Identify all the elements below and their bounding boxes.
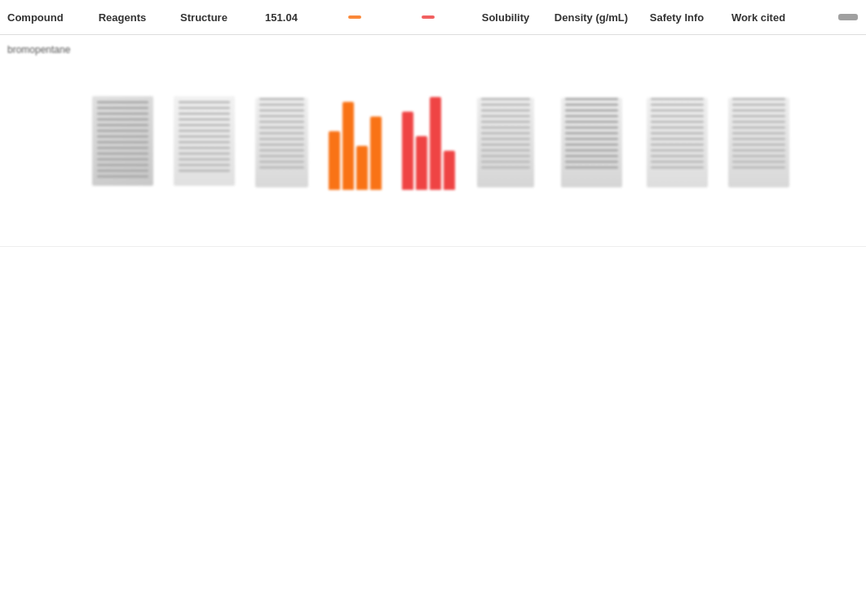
col-header-structure: Structure: [163, 0, 245, 34]
compound-name: bromopentane: [7, 43, 70, 57]
col-header-workcited: Work cited: [718, 0, 799, 34]
solubility-cell: [465, 35, 546, 246]
col-header-safety: Safety Info: [636, 0, 718, 34]
compound-cell: bromopentane: [0, 35, 82, 246]
amount-header-badge: [422, 15, 435, 19]
reagents-header-label: Reagents: [99, 11, 147, 24]
amount-cell: [391, 35, 465, 246]
solubility-header-label: Solubility: [482, 11, 530, 24]
compound-header-label: Compound: [7, 11, 64, 24]
reagents-cell: [82, 35, 163, 246]
col-header-mw: 151.04: [245, 0, 318, 34]
workcited-cell: [718, 35, 799, 246]
table-container: Compound Reagents Structure 151.04 Solub…: [0, 0, 866, 616]
density-cell: [546, 35, 636, 246]
mw-cell: [245, 35, 318, 246]
purity-header-badge: [348, 15, 361, 19]
safety-cell: [636, 35, 718, 246]
table-row: bromopentane: [0, 35, 866, 247]
top-right-button[interactable]: [838, 14, 858, 20]
structure-cell: [163, 35, 245, 246]
col-header-reagents: Reagents: [82, 0, 163, 34]
structure-header-label: Structure: [180, 11, 228, 24]
col-header-density: Density (g/mL): [546, 0, 636, 34]
mw-header-value: 151.04: [265, 11, 298, 24]
density-header-label: Density (g/mL): [555, 11, 628, 24]
safety-header-label: Safety Info: [650, 11, 704, 24]
table-header: Compound Reagents Structure 151.04 Solub…: [0, 0, 866, 35]
col-header-solubility: Solubility: [465, 0, 546, 34]
compound-name-text: bromopentane: [7, 44, 70, 55]
col-header-compound: Compound: [0, 0, 82, 34]
col-header-amount: [391, 0, 465, 34]
col-header-purity: [318, 0, 391, 34]
purity-cell: [318, 35, 391, 246]
workcited-header-label: Work cited: [731, 11, 785, 24]
